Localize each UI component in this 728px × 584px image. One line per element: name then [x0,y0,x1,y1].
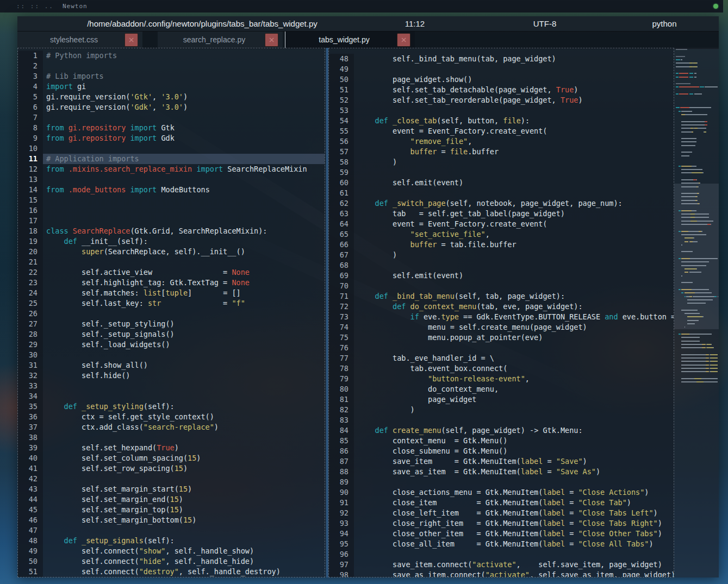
code-line: from gi.repository import Gdk [43,133,325,143]
file-path: /home/abaddon/.config/newton/plugins/tab… [39,16,365,31]
code-line: self.set_hexpand(True) [43,443,325,453]
code-line: context_menu = Gtk.Menu() [354,436,674,446]
code-line: "set_active_file", [354,229,674,240]
line-number: 60 [329,178,354,188]
code-line: self.matches: list[tuple] = [] [43,288,325,298]
code-line: gi.require_version('Gdk', '3.0') [43,102,325,112]
line-number: 48 [329,54,354,64]
line-number: 82 [329,405,354,415]
line-number: 55 [329,126,354,136]
line-number: 52 [329,95,354,105]
code-line: event = Event_Factory.create_event( [354,219,674,229]
desktop: :: :: .. Newton /home/abaddon/.config/ne… [0,0,728,584]
tab-close-button[interactable]: × [125,33,138,47]
code-line: self._setup_styling() [43,319,325,329]
minimap-line [674,346,719,349]
code-line: do_context_menu, [354,384,674,394]
status-dot-icon [713,4,718,9]
code-line: super(SearchReplace, self).__init__() [43,247,325,257]
line-number: 88 [329,467,354,477]
code-line [354,477,674,487]
code-line [354,549,674,560]
line-number: 58 [329,157,354,167]
code-text[interactable]: # Python imports# Lib importsimport gigi… [43,51,325,577]
code-line: page_widget [354,394,674,405]
code-line [43,112,325,123]
line-number: 18 [18,226,43,236]
line-number: 96 [329,549,354,560]
line-number: 65 [329,229,354,240]
line-number: 14 [18,185,43,195]
code-line: self.emit(event) [354,271,674,281]
code-line: buffer = tab.file.buffer [354,240,674,250]
tab-close-button[interactable]: × [265,33,278,47]
code-line: self.set_tab_detachable(page_widget, Tru… [354,85,674,95]
line-number: 84 [329,425,354,436]
code-line [354,343,674,353]
line-number: 91 [329,498,354,508]
code-line: self.set_tab_reorderable(page_widget, Tr… [354,95,674,105]
code-line: close_other_item = Gtk.MenuItem(label = … [354,529,674,539]
code-line: self.set_margin_end(15) [43,494,325,505]
tab-bar: stylesheet.css×search_replace.py×tabs_wi… [17,32,719,49]
line-number: 49 [329,64,354,74]
line-number: 46 [18,515,43,525]
code-line: def create_menu(self, page_widget) -> Gt… [354,425,674,436]
tab-tabs_widget.py[interactable]: tabs_widget.py× [285,32,415,48]
window-title: Newton [63,3,88,10]
line-number: 50 [329,74,354,85]
code-line: # Lib imports [43,71,325,81]
encoding-indicator: UTF-8 [480,16,610,31]
line-number: 28 [18,329,43,340]
code-line [43,432,325,443]
editor-window: /home/abaddon/.config/newton/plugins/tab… [17,16,719,577]
tab-search_replace.py[interactable]: search_replace.py× [158,32,283,48]
code-line: close_item = Gtk.MenuItem(label = "Close… [354,498,674,508]
line-number: 38 [18,432,43,443]
code-line: menu = self.create_menu(page_widget) [354,322,674,332]
code-line: close_actions_menu = Gtk.MenuItem(label … [354,487,674,498]
line-number: 3 [18,71,43,81]
code-line: def __init__(self): [43,236,325,247]
code-line [43,205,325,216]
line-number: 34 [18,391,43,401]
code-pane-right[interactable]: 4849505152535455565758596061626364656667… [328,48,674,577]
code-line [354,188,674,198]
line-number: 57 [329,147,354,157]
code-pane-left[interactable]: 1234567891011121314151617181920212223242… [17,48,325,577]
code-line: self.show_all() [43,360,325,371]
code-line [43,195,325,205]
line-number: 87 [329,456,354,467]
code-line: from gi.repository import Gtk [43,123,325,133]
line-number: 35 [18,401,43,412]
line-number: 76 [329,343,354,353]
line-number: 64 [329,219,354,229]
tab-label: stylesheet.css [17,32,117,48]
tab-close-button[interactable]: × [397,33,410,47]
code-line [43,309,325,319]
code-text[interactable]: self._bind_tab_menu(tab, page_widget) pa… [354,54,674,577]
titlebar: :: :: .. Newton [0,0,723,12]
code-line [43,474,325,484]
tab-stylesheet.css[interactable]: stylesheet.css× [17,32,142,48]
line-number: 1 [18,51,43,61]
code-line [43,391,325,401]
line-number: 32 [18,371,43,381]
code-line: tab._eve_handler_id = \ [354,353,674,363]
line-number: 45 [18,505,43,515]
code-line: close_all_item = Gtk.MenuItem(label = "C… [354,539,674,549]
line-number: 79 [329,374,354,384]
line-number: 10 [18,143,43,154]
minimap[interactable] [674,48,719,577]
code-line: self.connect("hide", self._handle_hide) [43,556,325,567]
minimap-line [674,380,719,384]
line-number: 54 [329,116,354,126]
line-number: 56 [329,136,354,147]
line-number: 8 [18,123,43,133]
line-number: 53 [329,105,354,116]
line-number: 7 [18,112,43,123]
tab-label: tabs_widget.py [285,32,390,48]
minimap-viewport[interactable] [674,184,719,329]
code-line: class SearchReplace(Gtk.Grid, SearchRepl… [43,226,325,236]
line-number: 83 [329,415,354,425]
